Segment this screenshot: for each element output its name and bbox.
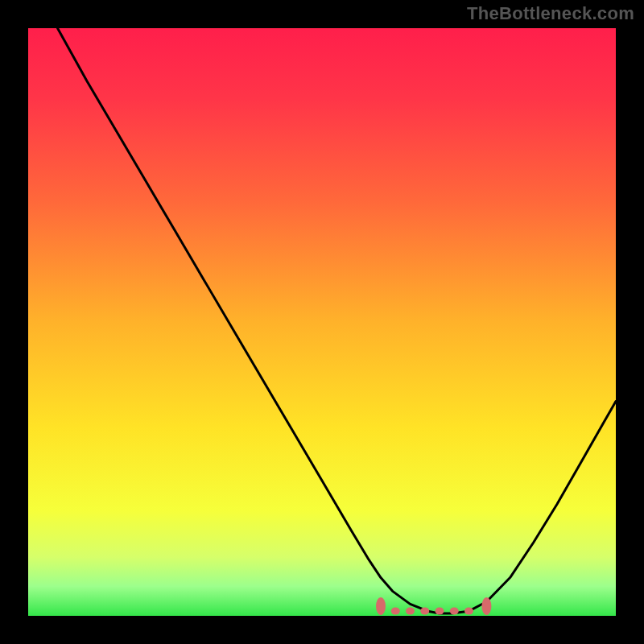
flat-marker-icon: [391, 608, 400, 615]
flat-marker-icon: [481, 597, 491, 615]
attribution-text: TheBottleneck.com: [467, 3, 634, 24]
flat-marker-icon: [464, 608, 473, 615]
plot-frame: [28, 28, 616, 616]
flat-marker-icon: [450, 608, 459, 615]
flat-marker-icon: [436, 608, 444, 615]
flat-marker-icon: [406, 608, 415, 615]
bottleneck-chart: [28, 28, 616, 616]
gradient-background: [28, 28, 616, 616]
flat-marker-icon: [376, 597, 386, 615]
flat-marker-icon: [420, 608, 429, 615]
chart-canvas-wrapper: TheBottleneck.com: [0, 0, 644, 644]
